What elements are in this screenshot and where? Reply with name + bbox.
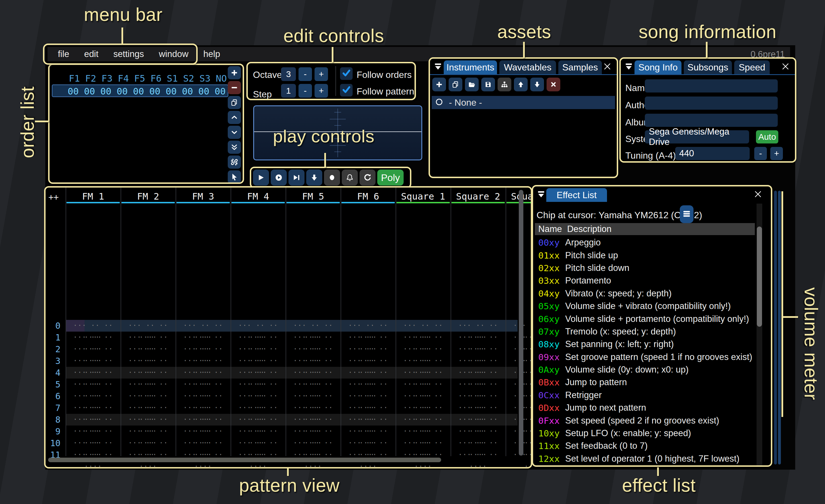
pattern-cell[interactable]: ··· ·· ·· ···· <box>396 437 451 449</box>
pattern-cell[interactable]: ··· ·· ·· ···· <box>175 437 231 449</box>
pattern-cell[interactable]: ··· ·· ·· ···· <box>121 402 175 414</box>
tab-wavetables[interactable]: Wavetables <box>499 61 556 74</box>
assets-folder-open-button[interactable] <box>465 78 479 91</box>
menu-item-edit[interactable]: edit <box>84 49 98 59</box>
pattern-cell[interactable]: ··· ·· ·· ···· <box>451 449 506 461</box>
step-minus-button[interactable]: - <box>298 84 312 98</box>
pattern-cell[interactable]: ··· ·· ·· ···· <box>231 355 286 367</box>
name-field[interactable] <box>645 79 778 92</box>
order-duplicate-button[interactable] <box>228 96 241 109</box>
order-cell[interactable]: 00 <box>212 86 228 97</box>
pattern-cell[interactable]: ··· ·· ·· ···· <box>231 379 286 390</box>
menu-item-help[interactable]: help <box>203 49 220 59</box>
pattern-cell[interactable]: ··· ·· ·· ···· <box>286 402 341 414</box>
repeat-button[interactable] <box>360 170 376 185</box>
author-field[interactable] <box>645 96 778 110</box>
effect-row[interactable]: 01xxPitch slide up <box>535 249 755 261</box>
tab-song-info[interactable]: Song Info <box>634 61 681 74</box>
collapse-icon[interactable] <box>624 62 633 71</box>
record-button[interactable] <box>324 170 340 185</box>
pattern-cell[interactable]: ··· ·· ·· ···· <box>286 414 341 426</box>
effect-row[interactable]: 0DxxJump to next pattern <box>535 402 755 414</box>
order-cell[interactable]: 00 <box>114 86 130 97</box>
pattern-cell[interactable]: ··· ·· ·· ···· <box>451 343 506 355</box>
channel-header[interactable]: FM 5 <box>286 191 341 202</box>
pattern-cell[interactable]: ··· ·· ·· ···· <box>121 379 175 390</box>
pattern-cell[interactable]: ··· ·· ·· ···· <box>66 332 121 343</box>
pattern-cell[interactable]: ··· ·· ·· ···· <box>286 426 341 437</box>
channel-header[interactable]: FM 4 <box>231 191 286 202</box>
pattern-cell[interactable]: ··· ·· ·· ···· <box>451 437 506 449</box>
pattern-cell[interactable]: ··· ·· ·· ···· <box>341 332 396 343</box>
effect-row[interactable]: 05xyVolume slide + vibrato (compatibilit… <box>535 300 755 313</box>
follow-orders-checkbox[interactable] <box>340 67 353 80</box>
effect-row[interactable]: 00xyArpeggio <box>535 236 755 249</box>
effect-row[interactable]: 07xyTremolo (x: speed; y: depth) <box>535 325 755 338</box>
tab-subsongs[interactable]: Subsongs <box>684 61 732 74</box>
pattern-cell[interactable]: ··· ·· ·· ···· <box>66 355 121 367</box>
pattern-cell[interactable]: ··· ·· ·· ···· <box>396 426 451 437</box>
pattern-cell[interactable]: ··· ·· ·· ···· <box>451 332 506 343</box>
tuning-minus-button[interactable]: - <box>754 147 767 160</box>
pattern-cell[interactable]: ··· ·· ·· ···· <box>396 355 451 367</box>
octave-minus-button[interactable]: - <box>298 67 312 81</box>
pattern-cell[interactable]: ··· ·· ·· ···· <box>121 414 175 426</box>
pattern-cell[interactable]: ··· ·· ·· ···· <box>121 320 175 332</box>
effect-row[interactable]: 0AxyVolume slide (0y: down; x0: up) <box>535 363 755 376</box>
pattern-cell[interactable]: ··· ·· ·· ···· <box>341 402 396 414</box>
order-chevrons-down-button[interactable] <box>228 141 241 154</box>
effect-row[interactable]: 08xySet panning (x: left; y: right) <box>535 338 755 350</box>
effect-row[interactable]: 0BxxJump to pattern <box>535 376 755 389</box>
arrow-down-button[interactable] <box>306 170 322 185</box>
close-icon[interactable] <box>753 189 763 199</box>
pattern-cell[interactable]: ··· ·· ·· ···· <box>175 332 231 343</box>
assets-plus-button[interactable] <box>432 78 446 91</box>
channel-header[interactable]: FM 6 <box>341 191 396 202</box>
tab-effect-list[interactable]: Effect List <box>546 188 607 202</box>
order-chevron-down-button[interactable] <box>228 126 241 139</box>
pattern-cell[interactable]: ··· ·· ·· ···· <box>341 343 396 355</box>
order-cell[interactable]: 00 <box>196 86 212 97</box>
pattern-cell[interactable]: ··· ·· ·· ···· <box>451 390 506 402</box>
order-row[interactable]: 00000000000000000000 <box>52 84 228 97</box>
pattern-cell[interactable]: ··· ·· ·· ···· <box>286 332 341 343</box>
follow-pattern-checkbox[interactable] <box>340 84 353 96</box>
pattern-cell[interactable]: ··· ·· ·· ···· <box>175 414 231 426</box>
effect-row[interactable]: 04xyVibrato (x: speed; y: depth) <box>535 287 755 300</box>
close-icon[interactable] <box>780 62 790 71</box>
pattern-cell[interactable]: ··· ·· ·· ···· <box>341 390 396 402</box>
pattern-vertical-scrollbar[interactable] <box>519 190 523 455</box>
effect-row[interactable]: 10xySetup LFO (x: enable; y: speed) <box>535 427 755 439</box>
tab-instruments[interactable]: Instruments <box>444 61 497 74</box>
pattern-cell[interactable]: ··· ·· ·· ···· <box>175 379 231 390</box>
octave-value[interactable]: 3 <box>281 67 296 81</box>
order-cell[interactable]: 00 <box>81 86 98 97</box>
effect-row[interactable]: 06xyVolume slide + portamento (compatibi… <box>535 313 755 325</box>
pattern-horizontal-scrollbar[interactable] <box>48 457 441 462</box>
order-cell[interactable]: 00 <box>65 86 81 97</box>
channel-header[interactable]: FM 3 <box>175 191 231 202</box>
step-value[interactable]: 1 <box>281 84 296 98</box>
pattern-cell[interactable]: ··· ·· ·· ···· <box>451 367 506 379</box>
effect-row[interactable]: 03xxPortamento <box>535 274 755 287</box>
pattern-cell[interactable]: ··· ·· ·· ···· <box>341 320 396 332</box>
channel-header[interactable]: FM 2 <box>121 191 175 202</box>
effect-row[interactable]: 0CxxRetrigger <box>535 389 755 402</box>
pattern-cell[interactable]: ··· ·· ·· ···· <box>396 320 451 332</box>
pattern-cell[interactable]: ··· ·· ·· ···· <box>175 402 231 414</box>
order-plus-button[interactable] <box>228 66 241 79</box>
pattern-cell[interactable]: ··· ·· ·· ···· <box>175 390 231 402</box>
pattern-cell[interactable]: ··· ·· ·· ···· <box>286 437 341 449</box>
effect-row[interactable]: 0FxxSet speed (speed 2 if no grooves exi… <box>535 414 755 427</box>
pattern-cell[interactable]: ··· ·· ·· ···· <box>396 332 451 343</box>
channel-header[interactable]: FM 1 <box>66 191 121 202</box>
pattern-cell[interactable]: ··· ·· ·· ···· <box>231 402 286 414</box>
tab-samples[interactable]: Samples <box>558 61 602 74</box>
order-cursor-button[interactable] <box>228 170 241 183</box>
menu-item-window[interactable]: window <box>159 49 188 59</box>
pattern-cell[interactable]: ··· ·· ·· ···· <box>451 426 506 437</box>
bell-button[interactable] <box>342 170 358 185</box>
effect-row[interactable]: 09xxSet groove pattern (speed 1 if no gr… <box>535 351 755 363</box>
auto-button[interactable]: Auto <box>756 130 778 144</box>
assets-arrow-down-button[interactable] <box>530 78 544 91</box>
